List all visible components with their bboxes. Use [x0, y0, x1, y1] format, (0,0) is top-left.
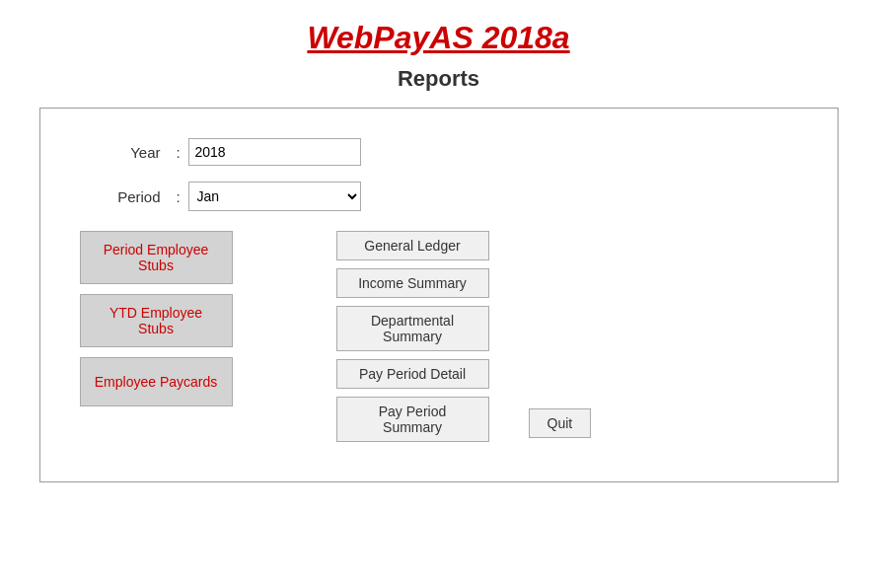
left-buttons: Period Employee Stubs YTD Employee Stubs…	[80, 231, 277, 442]
main-panel: Year : Period : Jan Feb Mar Apr May Jun …	[39, 108, 839, 482]
quit-area: Quit	[529, 408, 592, 442]
right-and-quit: General Ledger Income Summary Department…	[336, 231, 592, 442]
app-title: WebPayAS 2018a	[307, 0, 569, 66]
period-select[interactable]: Jan Feb Mar Apr May Jun Jul Aug Sep Oct …	[188, 182, 361, 211]
ytd-employee-stubs-button[interactable]: YTD Employee Stubs	[80, 294, 233, 347]
period-label: Period	[80, 188, 169, 205]
period-row: Period : Jan Feb Mar Apr May Jun Jul Aug…	[80, 182, 798, 211]
page-heading: Reports	[398, 66, 479, 108]
departmental-summary-button[interactable]: Departmental Summary	[336, 306, 489, 351]
pay-period-detail-button[interactable]: Pay Period Detail	[336, 359, 489, 389]
period-employee-stubs-button[interactable]: Period Employee Stubs	[80, 231, 233, 284]
employee-paycards-button[interactable]: Employee Paycards	[80, 357, 233, 406]
right-buttons: General Ledger Income Summary Department…	[336, 231, 489, 442]
year-colon: :	[169, 144, 188, 161]
quit-button[interactable]: Quit	[529, 408, 592, 438]
pay-period-summary-button[interactable]: Pay Period Summary	[336, 397, 489, 442]
year-label: Year	[80, 144, 169, 161]
year-row: Year :	[80, 138, 798, 166]
year-input[interactable]	[188, 138, 361, 166]
income-summary-button[interactable]: Income Summary	[336, 268, 489, 298]
buttons-area: Period Employee Stubs YTD Employee Stubs…	[80, 231, 798, 442]
period-colon: :	[169, 188, 188, 205]
general-ledger-button[interactable]: General Ledger	[336, 231, 489, 260]
